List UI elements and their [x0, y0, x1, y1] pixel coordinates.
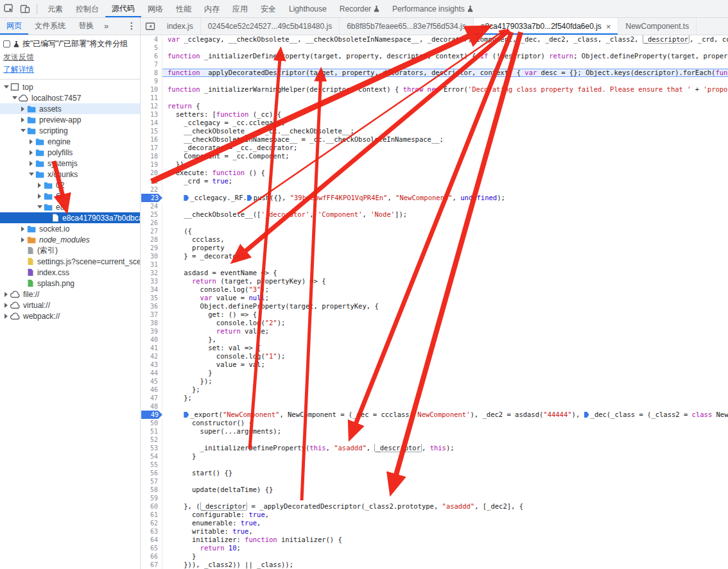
code-line-text[interactable]: Component = _cc.Component;: [162, 152, 728, 160]
line-number[interactable]: 21: [141, 177, 162, 185]
line-number[interactable]: 37: [141, 310, 162, 319]
code-line-text[interactable]: [162, 461, 728, 469]
line-number[interactable]: 47: [141, 394, 162, 402]
inline-breakpoint-marker[interactable]: [584, 412, 589, 418]
tree-item-e8[interactable]: e8: [0, 201, 140, 212]
line-number[interactable]: 62: [141, 519, 162, 527]
tree-item-assets[interactable]: assets: [0, 103, 140, 114]
code-line-text[interactable]: [162, 202, 728, 210]
main-tab-item[interactable]: 网络: [141, 0, 169, 17]
file-tab-index-js[interactable]: index.js: [160, 18, 201, 35]
main-tab-item[interactable]: 控制台: [69, 0, 105, 17]
line-number[interactable]: 42: [141, 352, 162, 361]
line-number[interactable]: 55: [141, 461, 162, 469]
line-number[interactable]: 16: [141, 135, 162, 144]
main-tab-item[interactable]: 性能: [169, 0, 198, 17]
tree-collapsed-arrow-icon[interactable]: [3, 292, 10, 297]
line-number[interactable]: 41: [141, 344, 162, 352]
line-number[interactable]: 24: [141, 202, 162, 210]
code-line-text[interactable]: writable: true,: [162, 527, 728, 536]
line-number[interactable]: 39: [141, 327, 162, 335]
line-number-breakpoint[interactable]: 23: [141, 194, 162, 202]
code-line-text[interactable]: function _applyDecoratedDescriptor(targe…: [162, 69, 728, 77]
line-number[interactable]: 27: [141, 227, 162, 235]
tree-collapsed-arrow-icon[interactable]: [36, 183, 43, 188]
line-number[interactable]: 34: [141, 285, 162, 294]
tree-item-webpack[interactable]: webpack://: [0, 310, 140, 321]
code-line-text[interactable]: [162, 402, 728, 411]
main-tab-item[interactable]: 应用: [226, 0, 254, 17]
code-line-text[interactable]: }: [162, 552, 728, 561]
tree-expanded-arrow-icon[interactable]: [3, 85, 10, 89]
code-line-text[interactable]: _decorator = _cc._decorator;: [162, 144, 728, 152]
overflow-menu-icon[interactable]: ⋮: [123, 18, 140, 35]
code-line-text[interactable]: update(deltaTime) {}: [162, 486, 728, 494]
code-line-text[interactable]: get: () => {: [162, 310, 728, 319]
code-line-text[interactable]: _cclegacy = _cc.cclegacy;: [162, 119, 728, 127]
line-number[interactable]: 18: [141, 152, 162, 160]
code-line-text[interactable]: }: [162, 369, 728, 377]
line-number[interactable]: 51: [141, 427, 162, 436]
code-line-text[interactable]: console.log("1");: [162, 352, 728, 361]
line-number[interactable]: 38: [141, 319, 162, 327]
code-line-text[interactable]: __checkObsolete__ = _cc.__checkObsolete_…: [162, 127, 728, 135]
line-number[interactable]: 6: [141, 52, 162, 60]
tree-collapsed-arrow-icon[interactable]: [36, 194, 43, 199]
line-number[interactable]: 59: [141, 494, 162, 502]
code-line-text[interactable]: };: [162, 386, 728, 394]
tree-item-localhost-7457[interactable]: localhost:7457: [0, 92, 140, 103]
code-line-text[interactable]: [162, 44, 728, 52]
line-number[interactable]: 25: [141, 210, 162, 219]
code-line-text[interactable]: [162, 494, 728, 502]
tree-item-systemjs[interactable]: systemjs: [0, 158, 140, 169]
code-line-text[interactable]: execute: function () {: [162, 169, 728, 177]
code-line-text[interactable]: [162, 477, 728, 486]
code-line-text[interactable]: [162, 219, 728, 227]
line-number[interactable]: 7: [141, 60, 162, 69]
main-tab-item[interactable]: 源代码: [105, 0, 141, 17]
code-line-text[interactable]: });: [162, 377, 728, 386]
line-number[interactable]: 44: [141, 369, 162, 377]
main-tab-item[interactable]: 安全: [254, 0, 282, 17]
code-line-text[interactable]: configurable: true,: [162, 511, 728, 519]
inline-breakpoint-marker[interactable]: [247, 195, 252, 201]
line-number[interactable]: 67: [141, 561, 162, 569]
tree-expanded-arrow-icon[interactable]: [19, 129, 26, 132]
line-number[interactable]: 10: [141, 85, 162, 94]
main-tab-performance-insights[interactable]: Performance insights: [386, 0, 480, 17]
line-number[interactable]: 5: [141, 44, 162, 52]
code-line-text[interactable]: value = val;: [162, 361, 728, 369]
file-tab-e8ca4179033a7b0-2f540fda6e0-js[interactable]: e8ca4179033a7b0...2f540fda6e0.js×: [474, 18, 619, 35]
code-line-text[interactable]: ({: [162, 227, 728, 235]
code-line-text[interactable]: }: [162, 452, 728, 461]
line-number[interactable]: 40: [141, 335, 162, 344]
tree-collapsed-arrow-icon[interactable]: [3, 303, 10, 308]
code-line-text[interactable]: })), _class2)) || _class));: [162, 561, 728, 569]
tree-item-scripting[interactable]: scripting: [0, 125, 140, 136]
line-number[interactable]: 56: [141, 469, 162, 477]
code-line-text[interactable]: [162, 436, 728, 444]
code-line-text[interactable]: return 10;: [162, 544, 728, 552]
tree-item-x-chunks[interactable]: x/chunks: [0, 169, 140, 180]
tree-item-top[interactable]: top: [0, 81, 140, 92]
line-number[interactable]: 22: [141, 185, 162, 194]
line-number[interactable]: 14: [141, 119, 162, 127]
line-number[interactable]: 31: [141, 260, 162, 269]
sources-nav-tab-item[interactable]: 网页: [0, 18, 28, 35]
code-line-text[interactable]: function _initializerDefineProperty(targ…: [162, 52, 728, 60]
code-line-text[interactable]: console.log("2");: [162, 319, 728, 327]
code-line-text[interactable]: return (target, propertyKey) => {: [162, 277, 728, 285]
code-line-text[interactable]: [162, 260, 728, 269]
tree-item-02[interactable]: 02: [0, 180, 140, 191]
line-number[interactable]: 20: [141, 169, 162, 177]
line-number[interactable]: 30: [141, 252, 162, 260]
tree-item-virtual[interactable]: virtual://: [0, 300, 140, 310]
code-line-text[interactable]: [162, 60, 728, 69]
line-number[interactable]: 48: [141, 402, 162, 411]
tree-collapsed-arrow-icon[interactable]: [28, 139, 35, 144]
code-line-text[interactable]: _cclegacy._RF.push({}, "39baebwfFF4KPO1V…: [162, 194, 728, 202]
code-line-text[interactable]: _initializerDefineProperty(this, "asaddd…: [162, 444, 728, 452]
tree-item-item[interactable]: (索引): [0, 245, 140, 256]
line-number[interactable]: 54: [141, 452, 162, 461]
line-number[interactable]: 28: [141, 235, 162, 244]
